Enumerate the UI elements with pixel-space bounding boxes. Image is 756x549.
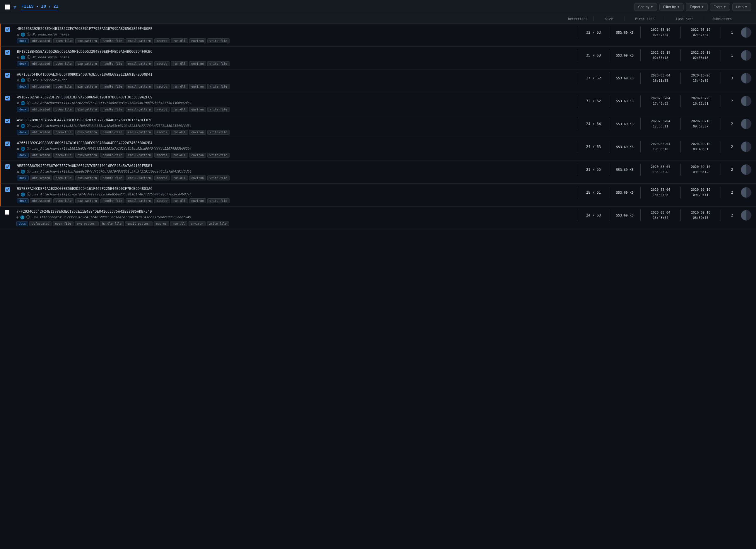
file-hash[interactable]: 4B93E6B392B29BED44B13B3CCFC769BE61F77958… [17,27,575,31]
tag-macros[interactable]: macros [154,84,170,89]
tag-write-file[interactable]: write-file [207,61,230,66]
tag-run-dll[interactable]: run-dll [171,153,188,158]
tag-docx[interactable]: docx [17,84,29,89]
file-hash[interactable]: 491B77027AF755723F19F588EC3EF9A75D069461… [17,95,575,99]
tag-exe-pattern[interactable]: exe-pattern [75,175,99,180]
tag-docx[interactable]: docx [17,38,29,43]
row-checkbox[interactable] [5,73,10,78]
tag-write-file[interactable]: write-file [207,198,230,203]
tag-handle-file[interactable]: handle-file [100,61,124,66]
tag-email-pattern[interactable]: email-pattern [126,175,153,180]
tag-email-pattern[interactable]: email-pattern [126,198,153,203]
file-hash[interactable]: 9BB7DBB6C594FDF6676C7587948D2061C37C5F21… [17,164,575,168]
tag-handle-file[interactable]: handle-file [100,198,124,203]
row-checkbox[interactable] [5,27,10,32]
tag-macros[interactable]: macros [154,130,170,135]
tag-exe-pattern[interactable]: exe-pattern [75,153,99,158]
tag-exe-pattern[interactable]: exe-pattern [75,198,99,203]
tag-email-pattern[interactable]: email-pattern [125,221,153,226]
tag-obfuscated[interactable]: obfuscated [30,175,52,180]
tag-exe-pattern[interactable]: exe-pattern [75,130,99,135]
tag-docx[interactable]: docx [17,175,29,180]
tag-environ[interactable]: environ [189,153,206,158]
tag-macros[interactable]: macros [154,221,169,226]
tag-open-file[interactable]: open-file [53,221,73,226]
tag-environ[interactable]: environ [189,221,206,226]
tag-open-file[interactable]: open-file [53,107,74,112]
tag-open-file[interactable]: open-file [53,38,74,43]
row-checkbox[interactable] [5,164,10,169]
tag-environ[interactable]: environ [189,130,206,135]
tag-docx[interactable]: docx [16,221,28,226]
tag-obfuscated[interactable]: obfuscated [30,84,52,89]
tag-docx[interactable]: docx [17,130,29,135]
tag-docx[interactable]: docx [17,107,29,112]
tag-write-file[interactable]: write-file [207,153,230,158]
tag-obfuscated[interactable]: obfuscated [30,153,52,158]
tag-write-file[interactable]: write-file [207,175,230,180]
tag-macros[interactable]: macros [154,175,170,180]
tag-exe-pattern[interactable]: exe-pattern [75,61,99,66]
tag-environ[interactable]: environ [189,107,206,112]
tag-handle-file[interactable]: handle-file [100,38,124,43]
tag-handle-file[interactable]: handle-file [100,153,124,158]
tag-docx[interactable]: docx [17,153,29,158]
tag-handle-file[interactable]: handle-file [100,221,124,226]
tag-environ[interactable]: environ [189,38,206,43]
tag-exe-pattern[interactable]: exe-pattern [75,107,99,112]
tag-handle-file[interactable]: handle-file [100,84,124,89]
tag-email-pattern[interactable]: email-pattern [126,130,153,135]
tag-write-file[interactable]: write-file [207,221,229,226]
tag-macros[interactable]: macros [154,61,170,66]
file-hash[interactable]: 957BEFA24CDEF1A2E22C00E856E2D5C94161F467… [17,186,575,191]
tag-macros[interactable]: macros [154,107,170,112]
tag-write-file[interactable]: write-file [207,130,230,135]
tag-exe-pattern[interactable]: exe-pattern [75,38,99,43]
tag-obfuscated[interactable]: obfuscated [29,221,52,226]
export-button[interactable]: Export ▼ [686,3,708,11]
help-button[interactable]: Help ▼ [732,3,751,11]
select-all-checkbox[interactable] [5,4,10,10]
tag-run-dll[interactable]: run-dll [170,221,187,226]
tag-obfuscated[interactable]: obfuscated [30,130,52,135]
tag-email-pattern[interactable]: email-pattern [126,84,153,89]
tag-docx[interactable]: docx [17,198,29,203]
row-checkbox[interactable] [5,119,10,123]
sort-by-button[interactable]: Sort by ▼ [634,3,657,11]
tag-macros[interactable]: macros [154,153,170,158]
tag-environ[interactable]: environ [189,198,206,203]
row-checkbox[interactable] [5,187,10,192]
file-hash[interactable]: A26611B92C49B8B85180961A7A161FE8B0EC92CA… [17,141,575,145]
tag-write-file[interactable]: write-file [207,84,230,89]
tag-open-file[interactable]: open-file [53,198,74,203]
tag-open-file[interactable]: open-file [53,84,74,89]
tag-email-pattern[interactable]: email-pattern [126,61,153,66]
tag-obfuscated[interactable]: obfuscated [30,198,52,203]
tag-run-dll[interactable]: run-dll [171,198,188,203]
tag-run-dll[interactable]: run-dll [171,107,188,112]
file-hash[interactable]: 7FF2934C3C42F24E1298E63EC1ED2E11E4E84DE8… [16,209,575,213]
tag-email-pattern[interactable]: email-pattern [126,153,153,158]
tag-handle-file[interactable]: handle-file [100,175,124,180]
tag-open-file[interactable]: open-file [53,175,74,180]
tag-macros[interactable]: macros [154,198,170,203]
row-checkbox[interactable] [5,50,10,55]
tag-handle-file[interactable]: handle-file [100,130,124,135]
tag-docx[interactable]: docx [17,61,29,66]
tag-email-pattern[interactable]: email-pattern [126,38,153,43]
tag-run-dll[interactable]: run-dll [171,61,188,66]
file-hash[interactable]: BF18C1BB455BAB365265CC91A59F1CD6D5329488… [17,49,575,54]
tag-handle-file[interactable]: handle-file [100,107,124,112]
tag-write-file[interactable]: write-file [207,107,230,112]
row-checkbox[interactable] [5,96,10,100]
tag-environ[interactable]: environ [189,61,206,66]
tag-email-pattern[interactable]: email-pattern [126,107,153,112]
tag-environ[interactable]: environ [189,175,206,180]
tag-run-dll[interactable]: run-dll [171,38,188,43]
swap-icon[interactable]: ⇄ [13,4,17,10]
tag-obfuscated[interactable]: obfuscated [30,107,52,112]
tag-exe-pattern[interactable]: exe-pattern [75,221,99,226]
tag-obfuscated[interactable]: obfuscated [30,61,52,66]
row-checkbox[interactable] [5,141,10,146]
filter-by-button[interactable]: Filter by ▼ [659,3,684,11]
